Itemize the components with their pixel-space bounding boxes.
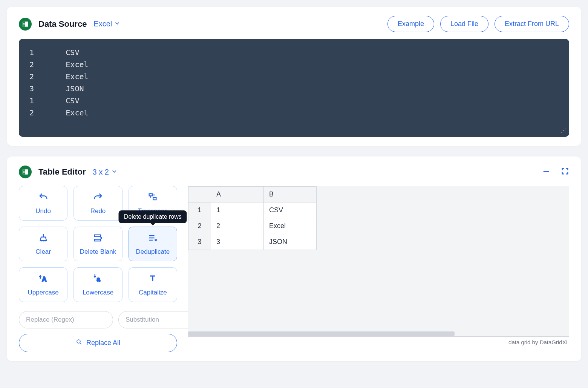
tools-column: Undo Redo Transpose Clear Delete Blank [19,186,177,352]
dims-label: 3 x 2 [93,168,109,176]
svg-rect-8 [95,239,101,241]
chevron-down-icon [111,168,117,176]
tool-label: Uppercase [28,289,59,296]
delete-blank-icon [93,233,103,245]
grid-cell[interactable]: CSV [264,202,317,218]
editor-body: Undo Redo Transpose Clear Delete Blank [19,186,569,352]
tool-label: Deduplicate [136,248,170,256]
tool-label: Delete Blank [80,248,116,256]
tooltip: Delete duplicate rows [119,210,187,223]
tool-label: Undo [35,207,51,215]
data-source-title: Data Source [38,19,87,29]
excel-icon [19,18,32,31]
excel-icon [19,166,32,178]
transpose-icon [147,192,158,204]
replace-all-button[interactable]: Replace All [19,334,177,352]
horizontal-scrollbar[interactable] [188,331,569,336]
source-type-select[interactable]: Excel [93,20,120,28]
deduplicate-button[interactable]: Delete duplicate rows Deduplicate [129,227,177,261]
example-button[interactable]: Example [387,16,434,32]
svg-rect-5 [149,193,152,196]
col-header-a[interactable]: A [211,187,264,202]
uppercase-icon: A [38,273,49,286]
source-type-label: Excel [93,20,112,28]
grid-cell[interactable]: 1 [211,202,264,218]
redo-button[interactable]: Redo [74,186,122,221]
capitalize-button[interactable]: Capitalize [129,267,177,302]
table-editor-title: Table Editor [38,167,86,177]
grid-cell[interactable]: JSON [264,234,317,250]
expand-icon[interactable] [561,167,569,177]
window-controls [542,167,569,177]
grid-cell[interactable]: Excel [264,218,317,234]
undo-button[interactable]: Undo [19,186,67,221]
table-row: 11CSV [188,202,317,218]
grid-cell[interactable]: 2 [211,218,264,234]
row-header[interactable]: 3 [188,234,211,250]
dims-select[interactable]: 3 x 2 [93,168,117,176]
resize-handle-icon[interactable]: ⋰ [561,126,566,135]
replace-all-label: Replace All [86,339,120,347]
table-row: 33JSON [188,234,317,250]
broom-icon [38,233,49,245]
data-source-header: Data Source Excel Example Load File Extr… [19,16,569,32]
row-header[interactable]: 1 [188,202,211,218]
data-source-card: Data Source Excel Example Load File Extr… [7,7,581,146]
svg-rect-7 [95,235,101,236]
replace-regex-input[interactable] [19,311,113,328]
minimize-icon[interactable] [542,167,550,177]
col-header-b[interactable]: B [264,187,317,202]
undo-icon [38,192,49,204]
tool-label: Lowercase [83,289,113,296]
redo-icon [93,192,103,204]
grid-credit: data grid by DataGridXL [188,339,569,345]
grid-corner[interactable] [188,187,211,202]
lowercase-icon: a [93,273,103,286]
data-grid[interactable]: A B 11CSV22Excel33JSON [188,186,569,337]
extract-url-button[interactable]: Extract From URL [495,16,569,32]
tool-label: Redo [90,207,106,215]
row-header[interactable]: 2 [188,218,211,234]
capitalize-icon [147,273,158,286]
grid-cell[interactable]: 3 [211,234,264,250]
delete-blank-button[interactable]: Delete Blank [74,227,122,261]
uppercase-button[interactable]: A Uppercase [19,267,67,302]
table-row: 22Excel [188,218,317,234]
clear-button[interactable]: Clear [19,227,67,261]
grid-wrapper: A B 11CSV22Excel33JSON data grid by Data… [188,186,569,345]
lowercase-button[interactable]: a Lowercase [74,267,122,302]
source-buttons: Example Load File Extract From URL [387,16,569,32]
svg-point-11 [77,340,80,343]
tool-label: Clear [35,248,51,256]
deduplicate-icon [147,233,158,245]
table-editor-card: Table Editor 3 x 2 Undo Redo [7,156,581,361]
search-replace-icon [76,339,83,347]
svg-rect-4 [544,171,549,172]
tool-label: Capitalize [139,289,167,296]
tool-grid: Undo Redo Transpose Clear Delete Blank [19,186,177,302]
svg-text:A: A [42,276,46,282]
load-file-button[interactable]: Load File [440,16,488,32]
source-code-input[interactable]: 1 CSV 2 Excel 2 Excel 3 JSON 1 CSV 2 Exc… [19,39,569,137]
chevron-down-icon [114,20,120,28]
svg-rect-6 [153,198,156,200]
table-editor-header: Table Editor 3 x 2 [19,166,569,178]
svg-text:a: a [96,276,100,282]
replace-inputs [19,311,177,328]
